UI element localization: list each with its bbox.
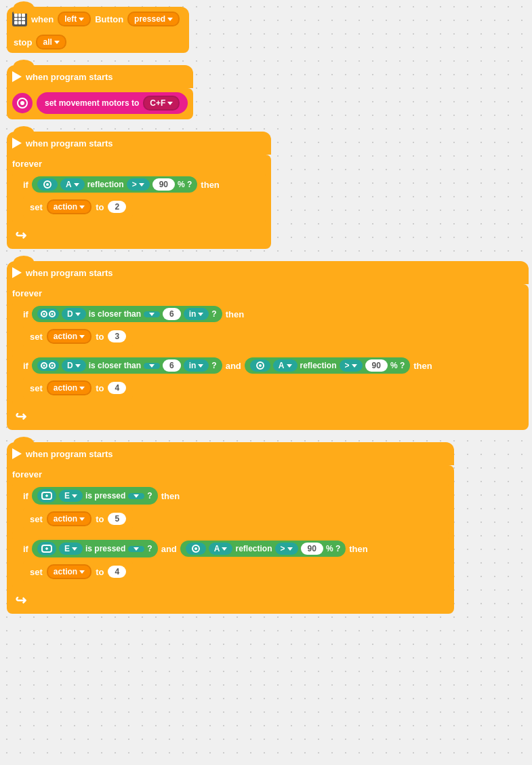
value-90-5b[interactable]: 90 [301,543,323,555]
btn-icon-5b [37,542,56,555]
dropdown-arrow-3 [54,41,60,44]
set-action-row-3: set action to 2 [23,196,133,218]
set-movement-row: set movement motors to C+F [12,92,188,114]
set-label-5a: set [30,514,43,524]
value-90-4b[interactable]: 90 [365,359,388,372]
condition-pill-3[interactable]: A reflection > 90 % ? [32,176,197,193]
left-dropdown[interactable]: left [58,12,91,26]
block-group-2: when program starts set movement motors … [7,65,525,119]
to-label-5b: to [96,567,104,577]
hat-block-1[interactable]: when left Button pressed [7,7,189,31]
value-4-5b[interactable]: 4 [108,566,126,578]
in-dropdown-4a[interactable]: in [184,308,209,320]
hat-icon-1 [12,12,27,26]
condition-4b-1[interactable]: D is closer than 6 in ? [32,357,222,374]
svg-point-11 [51,365,53,367]
set-label-5b: set [30,567,43,577]
value-2-3[interactable]: 2 [108,201,126,213]
sensor-a-dropdown-4b[interactable]: A [273,359,298,372]
pressed-dropdown-5b[interactable] [128,546,144,552]
value-6-4b[interactable]: 6 [163,359,181,372]
closer-than-dropdown-4a[interactable] [144,311,160,317]
set-movement-pill[interactable]: set movement motors to C+F [37,92,188,114]
if-wrapper-5b: if E is pressed ? and [12,536,449,588]
action-dropdown-5b[interactable]: action [47,564,91,579]
when-label: when [31,14,54,24]
op-dropdown-4b[interactable]: > [340,359,363,372]
action-label-4b: action [54,383,77,393]
eye-icon-4b [250,359,270,372]
action-label-4a: action [54,332,77,341]
condition-5b-1[interactable]: E is pressed ? [32,540,158,557]
action-dropdown-4b[interactable]: action [47,380,91,395]
cf-arrow [167,102,173,105]
pressed-dropdown-5a[interactable] [128,493,144,499]
if-body-4b: set action to 4 [23,377,523,404]
and-label-5b: and [161,544,177,554]
curve-icon-5: ↩ [15,592,26,608]
sensor-a-dropdown-3[interactable]: A [60,178,85,191]
forever-label-4: forever [12,287,523,301]
svg-point-9 [43,365,45,367]
pressed-dropdown[interactable]: pressed [127,12,180,26]
action-dropdown-5a[interactable]: action [47,511,91,526]
if-body-3: set action to 2 [23,196,266,223]
movement-icon [12,93,33,113]
all-dropdown[interactable]: all [36,35,66,50]
percent-label-4b: % ? [390,361,405,370]
value-90-3[interactable]: 90 [152,178,175,191]
to-label-4b: to [96,383,104,393]
sensor-a-dropdown-5b[interactable]: A [209,543,233,555]
if-header-3: if A reflection > 90 [23,173,266,196]
set-action-row-4b: set action to 4 [23,377,133,399]
when-program-starts-4: when program starts [26,268,113,278]
op-dropdown-3[interactable]: > [127,178,150,191]
value-6-4a[interactable]: 6 [163,308,181,320]
condition-5b-2[interactable]: A reflection > 90 % ? [180,541,346,557]
if-header-4a: if D is closer than 6 [23,302,523,326]
in-dropdown-4b[interactable]: in [184,359,209,372]
svg-point-21 [195,547,197,550]
condition-5a[interactable]: E is pressed ? [32,487,158,505]
value-4-4b[interactable]: 4 [108,382,126,394]
reflection-label-4b: reflection [300,361,337,370]
svg-point-13 [259,364,262,367]
action-dropdown-4a[interactable]: action [47,329,91,344]
set-movement-label: set movement motors to [45,98,139,108]
hat-block-3[interactable]: when program starts [7,132,271,155]
set-action-row-4a: set action to 3 [23,326,133,347]
hat-block-4[interactable]: when program starts [7,261,529,284]
condition-4b-2[interactable]: A reflection > 90 % ? [245,357,410,374]
bottom-curve-5: ↩ [12,589,449,608]
play-icon-4 [12,267,22,278]
condition-4a[interactable]: D is closer than 6 in ? [32,306,222,322]
percent-label-3: % ? [178,180,192,189]
stop-block[interactable]: stop all [7,31,189,53]
action-dropdown-3[interactable]: action [47,199,91,214]
closer-dropdown-4b[interactable] [144,363,160,369]
sensor-d-dropdown-4b[interactable]: D [62,359,86,372]
block-group-4: when program starts forever if D is clos… [7,261,525,430]
all-label: all [43,37,52,47]
action-label-5b: action [54,567,77,576]
action-arrow-3 [79,205,85,209]
sensor-e-dropdown-5a[interactable]: E [59,490,83,502]
action-label-5a: action [54,514,77,524]
hat-block-5[interactable]: when program starts [7,442,454,465]
value-5-5a[interactable]: 5 [108,513,126,525]
forever-label-5: forever [12,468,449,482]
cf-dropdown[interactable]: C+F [143,96,180,111]
reflection-label-5b: reflection [235,544,272,553]
is-pressed-label-5b: is pressed [85,544,125,553]
if-header-4b: if D is closer than 6 [23,354,523,377]
action-label-3: action [54,202,77,212]
value-3-4a[interactable]: 3 [108,330,126,342]
if-label-5b: if [23,544,28,554]
if-body-4a: set action to 3 [23,326,523,353]
sensor-e-dropdown-5b[interactable]: E [59,543,83,555]
hat-block-2[interactable]: when program starts [7,65,193,88]
op-dropdown-5b[interactable]: > [275,543,298,555]
sensor-d-dropdown-4a[interactable]: D [62,308,86,320]
set-label-4b: set [30,383,43,393]
if-body-5b: set action to 4 [23,561,449,588]
